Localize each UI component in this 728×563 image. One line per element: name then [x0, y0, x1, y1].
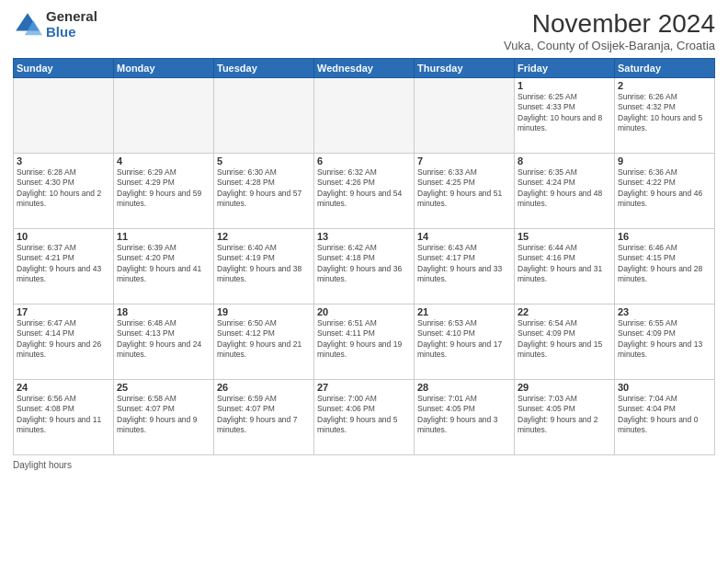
- logo-general: General: [46, 9, 97, 25]
- calendar-cell: 28Sunrise: 7:01 AM Sunset: 4:05 PM Dayli…: [415, 380, 515, 455]
- calendar-week-row: 17Sunrise: 6:47 AM Sunset: 4:14 PM Dayli…: [14, 304, 715, 380]
- day-info: Sunrise: 6:53 AM Sunset: 4:10 PM Dayligh…: [417, 318, 511, 361]
- calendar-cell: 11Sunrise: 6:39 AM Sunset: 4:20 PM Dayli…: [114, 229, 214, 304]
- calendar-cell: 12Sunrise: 6:40 AM Sunset: 4:19 PM Dayli…: [214, 229, 314, 304]
- footer-bar: Daylight hours: [13, 460, 715, 470]
- page: General Blue November 2024 Vuka, County …: [0, 0, 728, 563]
- day-number: 10: [17, 231, 110, 242]
- calendar-cell: [415, 78, 515, 154]
- day-info: Sunrise: 6:39 AM Sunset: 4:20 PM Dayligh…: [117, 243, 210, 285]
- calendar-cell: 19Sunrise: 6:50 AM Sunset: 4:12 PM Dayli…: [214, 304, 314, 380]
- logo-text: General Blue: [46, 9, 97, 40]
- day-info: Sunrise: 6:28 AM Sunset: 4:30 PM Dayligh…: [17, 167, 110, 210]
- calendar-cell: 21Sunrise: 6:53 AM Sunset: 4:10 PM Dayli…: [415, 304, 515, 380]
- day-info: Sunrise: 6:48 AM Sunset: 4:13 PM Dayligh…: [117, 318, 210, 361]
- day-number: 8: [518, 155, 611, 167]
- logo: General Blue: [13, 9, 97, 40]
- calendar-day-header: Monday: [114, 59, 214, 78]
- calendar-cell: 8Sunrise: 6:35 AM Sunset: 4:24 PM Daylig…: [515, 154, 615, 229]
- calendar-week-row: 3Sunrise: 6:28 AM Sunset: 4:30 PM Daylig…: [14, 154, 715, 229]
- day-number: 29: [518, 382, 611, 393]
- day-info: Sunrise: 6:56 AM Sunset: 4:08 PM Dayligh…: [17, 394, 110, 436]
- day-number: 27: [317, 382, 411, 393]
- calendar-week-row: 24Sunrise: 6:56 AM Sunset: 4:08 PM Dayli…: [14, 380, 715, 455]
- day-number: 24: [17, 382, 110, 393]
- calendar-day-header: Saturday: [615, 59, 715, 78]
- day-number: 6: [317, 155, 411, 167]
- day-info: Sunrise: 6:54 AM Sunset: 4:09 PM Dayligh…: [518, 318, 611, 361]
- logo-blue: Blue: [46, 25, 97, 40]
- calendar-cell: 27Sunrise: 7:00 AM Sunset: 4:06 PM Dayli…: [314, 380, 415, 455]
- day-info: Sunrise: 6:55 AM Sunset: 4:09 PM Dayligh…: [618, 318, 711, 361]
- day-number: 19: [217, 306, 311, 317]
- calendar-day-header: Thursday: [415, 59, 515, 78]
- day-info: Sunrise: 6:51 AM Sunset: 4:11 PM Dayligh…: [317, 318, 411, 361]
- calendar-cell: 7Sunrise: 6:33 AM Sunset: 4:25 PM Daylig…: [415, 154, 515, 229]
- day-number: 17: [17, 306, 110, 317]
- calendar-cell: 20Sunrise: 6:51 AM Sunset: 4:11 PM Dayli…: [314, 304, 415, 380]
- calendar-cell: 9Sunrise: 6:36 AM Sunset: 4:22 PM Daylig…: [615, 154, 715, 229]
- calendar-day-header: Sunday: [14, 59, 114, 78]
- logo-icon: [13, 10, 42, 40]
- calendar-cell: 5Sunrise: 6:30 AM Sunset: 4:28 PM Daylig…: [214, 154, 314, 229]
- day-number: 15: [518, 231, 611, 242]
- day-number: 18: [117, 306, 210, 317]
- calendar-cell: 29Sunrise: 7:03 AM Sunset: 4:05 PM Dayli…: [515, 380, 615, 455]
- day-number: 28: [417, 382, 511, 393]
- calendar-day-header: Wednesday: [314, 59, 415, 78]
- day-info: Sunrise: 6:33 AM Sunset: 4:25 PM Dayligh…: [417, 167, 511, 210]
- header: General Blue November 2024 Vuka, County …: [13, 9, 715, 52]
- day-info: Sunrise: 7:03 AM Sunset: 4:05 PM Dayligh…: [518, 394, 611, 436]
- calendar-cell: 26Sunrise: 6:59 AM Sunset: 4:07 PM Dayli…: [214, 380, 314, 455]
- day-info: Sunrise: 6:29 AM Sunset: 4:29 PM Dayligh…: [117, 167, 210, 210]
- day-number: 21: [417, 306, 511, 317]
- title-section: November 2024 Vuka, County of Osijek-Bar…: [504, 9, 715, 52]
- day-info: Sunrise: 6:50 AM Sunset: 4:12 PM Dayligh…: [217, 318, 311, 361]
- day-info: Sunrise: 7:00 AM Sunset: 4:06 PM Dayligh…: [317, 394, 411, 436]
- calendar-cell: 16Sunrise: 6:46 AM Sunset: 4:15 PM Dayli…: [615, 229, 715, 304]
- calendar-cell: 2Sunrise: 6:26 AM Sunset: 4:32 PM Daylig…: [615, 78, 715, 154]
- daylight-label: Daylight hours: [13, 460, 72, 470]
- location-subtitle: Vuka, County of Osijek-Baranja, Croatia: [504, 39, 715, 52]
- day-info: Sunrise: 6:46 AM Sunset: 4:15 PM Dayligh…: [618, 243, 711, 285]
- calendar-cell: 6Sunrise: 6:32 AM Sunset: 4:26 PM Daylig…: [314, 154, 415, 229]
- day-number: 30: [618, 382, 711, 393]
- day-number: 9: [618, 155, 711, 167]
- calendar-week-row: 10Sunrise: 6:37 AM Sunset: 4:21 PM Dayli…: [14, 229, 715, 304]
- calendar-cell: 24Sunrise: 6:56 AM Sunset: 4:08 PM Dayli…: [14, 380, 114, 455]
- day-info: Sunrise: 7:01 AM Sunset: 4:05 PM Dayligh…: [417, 394, 511, 436]
- day-info: Sunrise: 6:44 AM Sunset: 4:16 PM Dayligh…: [518, 243, 611, 285]
- day-number: 16: [618, 231, 711, 242]
- calendar-cell: 13Sunrise: 6:42 AM Sunset: 4:18 PM Dayli…: [314, 229, 415, 304]
- calendar-cell: 14Sunrise: 6:43 AM Sunset: 4:17 PM Dayli…: [415, 229, 515, 304]
- calendar-cell: 10Sunrise: 6:37 AM Sunset: 4:21 PM Dayli…: [14, 229, 114, 304]
- calendar-cell: 23Sunrise: 6:55 AM Sunset: 4:09 PM Dayli…: [615, 304, 715, 380]
- calendar-cell: 22Sunrise: 6:54 AM Sunset: 4:09 PM Dayli…: [515, 304, 615, 380]
- day-number: 22: [518, 306, 611, 317]
- day-number: 25: [117, 382, 210, 393]
- calendar-cell: 1Sunrise: 6:25 AM Sunset: 4:33 PM Daylig…: [515, 78, 615, 154]
- day-info: Sunrise: 6:25 AM Sunset: 4:33 PM Dayligh…: [518, 92, 611, 134]
- day-info: Sunrise: 6:37 AM Sunset: 4:21 PM Dayligh…: [17, 243, 110, 285]
- calendar-header-row: SundayMondayTuesdayWednesdayThursdayFrid…: [14, 59, 715, 78]
- day-info: Sunrise: 6:36 AM Sunset: 4:22 PM Dayligh…: [618, 167, 711, 210]
- calendar-cell: [114, 78, 214, 154]
- calendar-week-row: 1Sunrise: 6:25 AM Sunset: 4:33 PM Daylig…: [14, 78, 715, 154]
- day-number: 7: [417, 155, 511, 167]
- day-info: Sunrise: 6:47 AM Sunset: 4:14 PM Dayligh…: [17, 318, 110, 361]
- calendar-cell: 17Sunrise: 6:47 AM Sunset: 4:14 PM Dayli…: [14, 304, 114, 380]
- calendar-cell: 15Sunrise: 6:44 AM Sunset: 4:16 PM Dayli…: [515, 229, 615, 304]
- day-number: 3: [17, 155, 110, 167]
- calendar-day-header: Tuesday: [214, 59, 314, 78]
- calendar-cell: [214, 78, 314, 154]
- day-number: 13: [317, 231, 411, 242]
- day-number: 23: [618, 306, 711, 317]
- calendar-cell: 30Sunrise: 7:04 AM Sunset: 4:04 PM Dayli…: [615, 380, 715, 455]
- day-number: 12: [217, 231, 311, 242]
- calendar-table: SundayMondayTuesdayWednesdayThursdayFrid…: [13, 58, 715, 455]
- day-info: Sunrise: 6:35 AM Sunset: 4:24 PM Dayligh…: [518, 167, 611, 210]
- day-info: Sunrise: 6:30 AM Sunset: 4:28 PM Dayligh…: [217, 167, 311, 210]
- month-title: November 2024: [504, 9, 715, 39]
- day-number: 26: [217, 382, 311, 393]
- day-info: Sunrise: 6:26 AM Sunset: 4:32 PM Dayligh…: [618, 92, 711, 134]
